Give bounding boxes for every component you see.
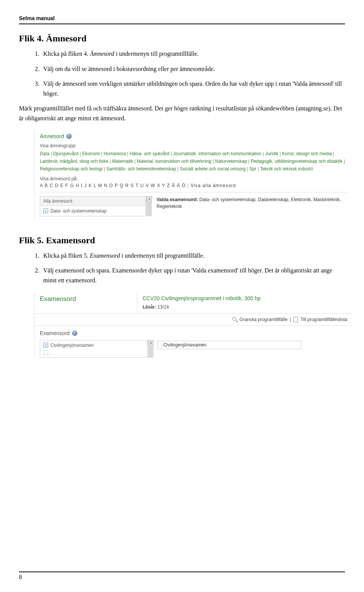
separator: | — [102, 166, 106, 172]
section-heading-flik5: Flik 5. Examensord — [19, 235, 345, 246]
steps-list-flik4: Klicka på fliken 4. Ämnesord i undermeny… — [19, 49, 345, 98]
subject-group-link[interactable]: Hälsa- och sjukvård — [130, 151, 169, 156]
section-label-text: Examensord — [40, 330, 70, 336]
subject-group-link[interactable]: Pedagogik, utbildningsvetenskap och dida… — [251, 159, 342, 164]
scrollbar[interactable]: ▴ — [147, 340, 154, 358]
scroll-thumb[interactable] — [147, 202, 152, 216]
subject-group-link[interactable]: Ekonomi — [82, 151, 100, 156]
screenshot-examensord: Examensord CCV20 Civilingenjörsprogramme… — [34, 291, 353, 359]
separator: | — [49, 151, 53, 156]
separator: | — [332, 151, 334, 156]
label-visa-amnesord-pa: Visa ämnesord på: — [40, 176, 347, 181]
step-text: i undermenyn till programtillfälle. — [120, 252, 204, 259]
step-text: Klicka på fliken 5. — [43, 252, 90, 259]
separator: | — [169, 151, 173, 156]
document-icon — [293, 317, 298, 322]
panel-title-text: Examensord — [40, 295, 76, 303]
separator: | — [247, 159, 251, 164]
step-item: Klicka på fliken 4. Ämnesord i undermeny… — [41, 49, 345, 59]
subject-group-link[interactable]: Socialt arbete och social omsorg — [180, 166, 245, 172]
subject-group-link[interactable]: Journalistik, information och kommunikat… — [173, 151, 262, 156]
help-icon[interactable]: ? — [72, 331, 77, 336]
review-link[interactable]: Granska programtillfälle — [240, 317, 288, 322]
steps-list-flik5: Klicka på fliken 5. Examensord i underme… — [19, 251, 345, 285]
screenshot-amnesord: Ämnesord ? Visa ämnesgrupp: Data | Djurs… — [34, 129, 353, 220]
subject-group-link[interactable]: Material, konstruktion och tillverkning — [137, 159, 212, 164]
magnifier-icon — [232, 317, 237, 322]
subject-group-link[interactable]: Lantbruk, trädgård, skog och fiske — [40, 159, 108, 164]
subject-group-link[interactable]: Naturvetenskap — [215, 159, 247, 164]
separator: | — [78, 151, 82, 156]
academic-year: Läsår: 13/14 — [143, 304, 347, 310]
step-text-italic: Examensord — [90, 252, 120, 259]
separator: | — [246, 166, 249, 172]
scroll-thumb[interactable] — [148, 346, 153, 357]
to-list-link[interactable]: Till programtillfälleslista — [300, 317, 347, 322]
subject-group-link[interactable]: Data — [40, 151, 49, 156]
document-header: Selma manual — [19, 15, 345, 24]
subject-group-link[interactable]: Matematik — [112, 159, 133, 164]
step-item: Välj de ämnesord som verkligen utmärker … — [41, 79, 345, 98]
list-item[interactable]: ✓ Data- och systemvetenskap — [40, 206, 146, 216]
subject-group-link[interactable]: Djursjukvård — [53, 151, 78, 156]
checkbox-icon[interactable] — [43, 350, 48, 355]
separator: | — [256, 166, 260, 172]
label-visa-amnesgrupp: Visa ämnesgrupp: — [40, 143, 347, 148]
page-number: 8 — [19, 572, 345, 581]
lasar-value: 13/14 — [157, 304, 169, 310]
selected-label: Valda examensord: — [157, 197, 198, 202]
checkbox-icon[interactable]: ✓ — [43, 208, 48, 213]
listbox-header: Alla ämnesord — [40, 197, 146, 206]
separator: | — [262, 151, 265, 156]
help-icon[interactable]: ? — [66, 134, 72, 139]
scroll-up-icon[interactable]: ▴ — [148, 340, 154, 345]
checkbox-icon[interactable]: ✓ — [43, 343, 48, 348]
step-item: Klicka på fliken 5. Examensord i underme… — [41, 251, 345, 261]
step-text: Klicka på fliken 4. — [43, 50, 90, 57]
all-subjects-listbox[interactable]: Alla ämnesord ✓ Data- och systemvetenska… — [40, 196, 146, 216]
toolbar: Granska programtillfälle | Till programt… — [35, 313, 353, 325]
scroll-up-icon[interactable]: ▴ — [146, 196, 152, 202]
separator: | — [176, 166, 180, 172]
panel-title: Ämnesord ? — [40, 133, 347, 139]
separator: | — [100, 151, 104, 156]
subject-group-link[interactable]: Juridik — [265, 151, 278, 156]
show-all-link[interactable]: Visa alla ämnesord — [191, 183, 236, 188]
step-text-italic: Ämnesord — [90, 50, 114, 57]
subject-group-link[interactable]: Humaniora — [104, 151, 126, 156]
alphabet-letters[interactable]: A B C D E F G H I J K L M N O P Q R S T … — [40, 183, 186, 188]
alphabet-filter: A B C D E F G H I J K L M N O P Q R S T … — [40, 183, 347, 188]
selected-subjects-box: Valda examensord: Data- och systemvetens… — [155, 196, 347, 216]
selected-exam-field: : Civilingenjörsexamen — [157, 341, 301, 349]
separator: | — [342, 159, 345, 164]
list-item[interactable]: ✓ Civilingenjörsexamen — [40, 340, 147, 350]
program-title: CCV20 Civilingenjörsprogrammet i robotik… — [143, 295, 347, 301]
section-heading-flik4: Flik 4. Ämnesord — [19, 33, 345, 44]
step-text: i undermenyn till programtillfälle. — [114, 50, 199, 57]
subject-group-link[interactable]: Religionsvetenskap och teologi — [40, 166, 102, 172]
step-item: Välj examensord och spara. Examensordet … — [41, 266, 345, 285]
list-item-label: Data- och systemvetenskap — [50, 208, 107, 214]
subject-group-link[interactable]: Spr — [249, 166, 256, 172]
separator: | — [212, 159, 215, 164]
list-item-label: Civilingenjörsexamen — [50, 343, 94, 348]
panel-title-text: Ämnesord — [40, 133, 64, 139]
subject-group-link[interactable]: Samhälls- och beteendevetenskap — [106, 166, 176, 172]
lasar-label: Läsår: — [143, 304, 157, 310]
separator: | — [133, 159, 137, 164]
separator: | — [108, 159, 112, 164]
subject-group-link[interactable]: Teknik och teknisk industri — [260, 166, 313, 172]
list-item[interactable] — [40, 350, 147, 357]
separator: | — [278, 151, 282, 156]
separator: | — [290, 317, 291, 322]
step-item: Välj om du vill se ämnesord i bokstavsor… — [41, 64, 345, 74]
section-label-examensord: Examensord ? — [40, 330, 154, 336]
subject-group-links: Data | Djursjukvård | Ekonomi | Humanior… — [40, 150, 347, 173]
scrollbar[interactable]: ▴ — [146, 196, 152, 216]
separator: | — [126, 151, 130, 156]
subject-group-link[interactable]: Konst, design och media — [282, 151, 332, 156]
paragraph: Märk programtillfället med få och träffs… — [19, 104, 345, 123]
examensord-listbox[interactable]: ✓ Civilingenjörsexamen — [40, 340, 147, 358]
panel-title-examensord: Examensord — [40, 295, 132, 303]
